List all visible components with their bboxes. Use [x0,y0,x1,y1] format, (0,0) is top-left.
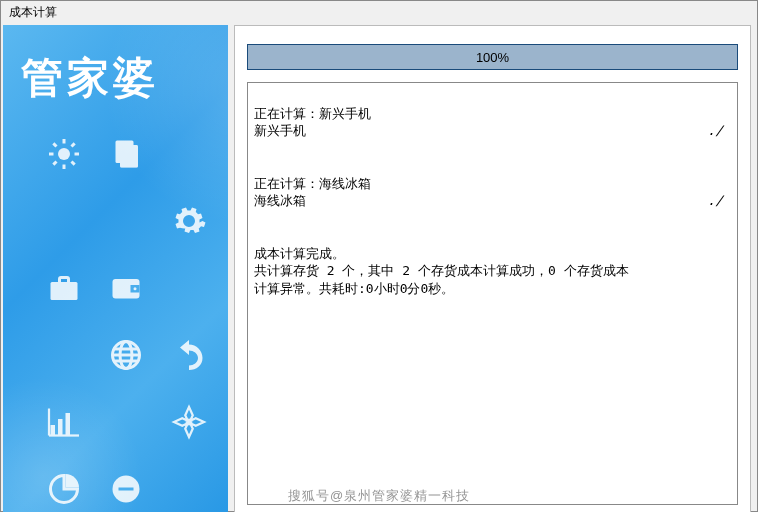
svg-rect-27 [119,487,134,490]
wallet-icon [95,260,157,315]
svg-point-15 [134,287,137,290]
checkmark-icon: ./ [707,192,731,210]
svg-line-6 [72,161,75,164]
empty-cell-3 [95,193,157,248]
gear-icon [158,193,220,248]
log-line: 成本计算完成。 [254,246,345,261]
svg-rect-11 [120,145,138,168]
log-line: 正在计算：新兴手机 [254,106,371,121]
svg-rect-22 [58,419,63,436]
icon-grid [3,116,228,512]
content-area: 管家婆 [1,23,757,512]
log-output[interactable]: 正在计算：新兴手机 新兴手机./ 正在计算：海线冰箱 海线冰箱./ 成本计算完成… [247,82,738,505]
svg-line-8 [72,143,75,146]
files-icon [95,126,157,181]
log-line: 共计算存货 2 个，其中 2 个存货成本计算成功，0 个存货成本 [254,263,629,278]
empty-cell-5 [33,327,95,382]
bar-chart-icon [33,394,95,449]
svg-point-0 [58,148,70,160]
progress-bar: 100% [247,44,738,70]
window-title: 成本计算 [1,1,757,23]
empty-cell-4 [158,260,220,315]
globe-icon [95,327,157,382]
star-icon [158,394,220,449]
empty-cell-2 [33,193,95,248]
svg-rect-12 [51,282,78,300]
brand-logo: 管家婆 [3,25,228,116]
briefcase-icon [33,260,95,315]
svg-rect-21 [51,425,56,436]
pie-chart-icon [33,461,95,512]
empty-cell-1 [158,126,220,181]
cost-calc-window: 成本计算 管家婆 [0,0,758,512]
main-panel: 100% 正在计算：新兴手机 新兴手机./ 正在计算：海线冰箱 海线冰箱./ 成… [234,25,751,512]
empty-cell-6 [95,394,157,449]
progress-label: 100% [476,50,509,65]
minus-circle-icon [95,461,157,512]
log-line: 计算异常。共耗时:0小时0分0秒。 [254,281,454,296]
svg-line-5 [54,143,57,146]
sun-icon [33,126,95,181]
checkmark-icon: ./ [707,122,731,140]
log-line: 新兴手机 [254,122,306,140]
svg-line-7 [54,161,57,164]
svg-rect-23 [66,413,71,436]
log-line: 海线冰箱 [254,192,306,210]
log-line: 正在计算：海线冰箱 [254,176,371,191]
undo-icon [158,327,220,382]
sidebar: 管家婆 [3,25,228,512]
